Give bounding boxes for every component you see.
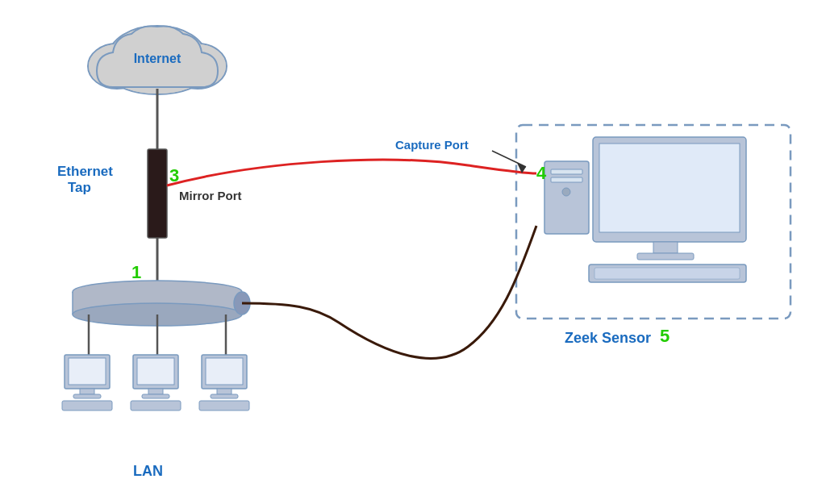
number-4: 4 [536, 163, 547, 183]
number-5: 5 [660, 326, 670, 346]
svg-rect-38 [637, 253, 694, 260]
ethernet-tap [148, 149, 167, 238]
svg-rect-22 [148, 389, 163, 394]
computer-3 [199, 355, 249, 410]
svg-point-34 [562, 188, 570, 196]
ethernet-tap-label-line1: Ethernet [57, 164, 113, 179]
svg-rect-23 [142, 394, 169, 398]
lan-label: LAN [133, 463, 163, 479]
svg-rect-37 [653, 242, 678, 253]
svg-rect-28 [211, 394, 238, 398]
network-hub [73, 281, 250, 326]
svg-rect-17 [80, 389, 94, 394]
svg-rect-21 [137, 358, 174, 385]
svg-rect-18 [73, 394, 101, 398]
red-mirror-cable [167, 160, 536, 185]
internet-cloud: Internet [88, 26, 227, 94]
svg-rect-29 [199, 401, 249, 410]
svg-rect-19 [62, 401, 112, 410]
computer-2 [131, 355, 181, 410]
svg-rect-16 [69, 358, 106, 385]
svg-rect-40 [594, 268, 740, 279]
capture-port-arrow [492, 151, 526, 167]
mirror-port-label: Mirror Port [179, 189, 242, 202]
svg-rect-27 [217, 389, 232, 394]
svg-rect-33 [551, 177, 582, 182]
network-diagram: Internet 1 [0, 0, 826, 504]
svg-rect-8 [148, 149, 167, 238]
dark-network-cable [242, 226, 536, 358]
number-1: 1 [131, 262, 141, 282]
svg-rect-32 [551, 169, 582, 174]
ethernet-tap-label-line2: Tap [68, 180, 91, 195]
capture-port-label: Capture Port [395, 138, 469, 152]
internet-label: Internet [134, 52, 181, 65]
svg-rect-24 [131, 401, 181, 410]
zeek-sensor-label: Zeek Sensor [565, 330, 651, 346]
svg-rect-36 [599, 144, 740, 232]
svg-rect-26 [206, 358, 243, 385]
number-3: 3 [169, 165, 179, 185]
computer-1 [62, 355, 112, 410]
zeek-computer [544, 137, 746, 282]
